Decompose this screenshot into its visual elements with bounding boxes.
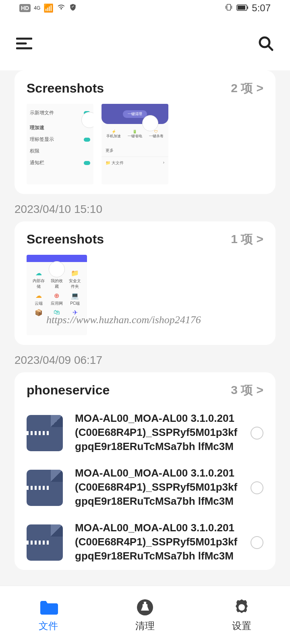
thumb-more: 更多 [106,148,114,153]
date-label: 2023/04/10 15:10 [14,198,276,221]
group-header[interactable]: Screenshots 1 项 > [27,231,263,248]
thumb-pill: 一键清理 [123,110,147,118]
svg-rect-0 [227,4,231,10]
group-count: 3 项 > [231,382,263,398]
group-card: Screenshots 2 项 > 示新增文件 理加速 理标签显示 权限 通知栏… [14,70,276,194]
search-button[interactable] [256,34,276,53]
battery-icon [236,4,249,13]
screenshot-thumbnail[interactable]: 一键清理 ⚡手机加速 🔋一键省电 🛡一键杀毒 更多 📁 大文件› [102,104,168,184]
thumb-row-label: 示新增文件 [30,109,54,116]
file-row[interactable]: MOA-AL00_MOA-AL00 3.1.0.201(C00E68R4P1)_… [27,460,263,515]
group-card: phoneservice 3 项 > MOA-AL00_MOA-AL00 3.1… [14,372,276,570]
thumb-row-label: 理标签显示 [30,136,54,143]
nav-files[interactable]: 文件 [0,586,97,644]
file-row[interactable]: MOA-AL00_MOA-AL00 3.1.0.201(C00E68R4P1)_… [27,406,263,460]
hd-icon: HD [19,4,31,12]
thumbnail-strip: ☁内部存储 ★我的收藏 📁安全文件夹 ☁云端 ⊕应用网 💻PC端 📦 🛍 ✈ [27,255,263,335]
svg-rect-3 [247,6,248,9]
nav-clean[interactable]: 清理 [97,586,193,644]
select-checkbox[interactable] [251,536,263,549]
status-right: 5:07 [224,2,271,14]
thumb-cell: 安全文件夹 [69,279,81,289]
clock-text: 5:07 [252,2,271,14]
nav-settings[interactable]: 设置 [193,586,290,644]
group-header[interactable]: phoneservice 3 项 > [27,382,263,398]
thumb-cell: 云端 [35,301,43,305]
group-title: phoneservice [27,383,110,398]
bottom-nav: 文件 清理 设置 [0,586,290,644]
zip-file-icon [27,470,63,506]
nav-label: 文件 [39,619,58,632]
select-checkbox[interactable] [251,481,263,494]
zip-file-icon [27,524,63,561]
network-4g-icon: 4G [34,5,40,11]
thumb-bigfile: 大文件 [112,161,124,165]
group-title: Screenshots [27,232,104,247]
file-name: MOA-AL00_MOA-AL00 3.1.0.201(C00E68R4P1)_… [75,521,238,564]
svg-point-7 [238,604,245,611]
date-label: 2023/04/09 06:17 [14,349,276,372]
group-card: Screenshots 1 项 > ☁内部存储 ★我的收藏 📁安全文件夹 ☁云端… [14,221,276,345]
thumb-cell: 内部存储 [33,279,45,289]
zip-file-icon [27,415,63,451]
status-left: HD 4G 📶 [19,3,77,14]
screenshot-thumbnail[interactable]: ☁内部存储 ★我的收藏 📁安全文件夹 ☁云端 ⊕应用网 💻PC端 📦 🛍 ✈ [27,255,87,335]
thumb-cell: 应用网 [51,301,63,305]
thumb-cell: 我的收藏 [51,279,63,289]
shield-icon [69,3,77,13]
thumb-row-label: 理加速 [30,124,44,131]
select-checkbox[interactable] [251,427,263,440]
vibrate-icon [224,3,233,14]
status-bar: HD 4G 📶 5:07 [0,0,290,16]
svg-rect-6 [144,602,146,605]
content-scroll[interactable]: Screenshots 2 项 > 示新增文件 理加速 理标签显示 权限 通知栏… [0,70,290,570]
signal-icon: 📶 [44,3,54,13]
nav-label: 清理 [135,619,155,632]
thumb-cell: 手机加速 [106,134,121,139]
screenshot-thumbnail[interactable]: 示新增文件 理加速 理标签显示 权限 通知栏 [27,104,93,184]
svg-rect-2 [238,6,245,10]
thumb-cell: 一键省电 [128,134,142,139]
group-title: Screenshots [27,81,104,96]
broom-icon [135,598,155,617]
gear-icon [232,598,251,617]
thumb-cell: 一键杀毒 [149,134,164,139]
file-row[interactable]: MOA-AL00_MOA-AL00 3.1.0.201(C00E68R4P1)_… [27,515,263,570]
group-count: 1 项 > [231,231,263,248]
thumb-cell: PC端 [70,301,80,305]
file-name: MOA-AL00_MOA-AL00 3.1.0.201(C00E68R4P1)_… [75,411,238,455]
thumb-row-label: 通知栏 [30,159,44,166]
nav-label: 设置 [232,619,251,632]
menu-button[interactable] [14,34,34,53]
thumb-row-label: 权限 [30,148,39,155]
thumbnail-strip: 示新增文件 理加速 理标签显示 权限 通知栏 一键清理 ⚡手机加速 🔋一键省电 … [27,104,263,184]
group-count: 2 项 > [231,80,263,97]
group-header[interactable]: Screenshots 2 项 > [27,80,263,97]
folder-icon [39,598,58,617]
wifi-icon [57,3,66,14]
app-header [0,16,290,70]
file-name: MOA-AL00_MOA-AL00 3.1.0.201(C00E68R4P1)_… [75,466,238,510]
